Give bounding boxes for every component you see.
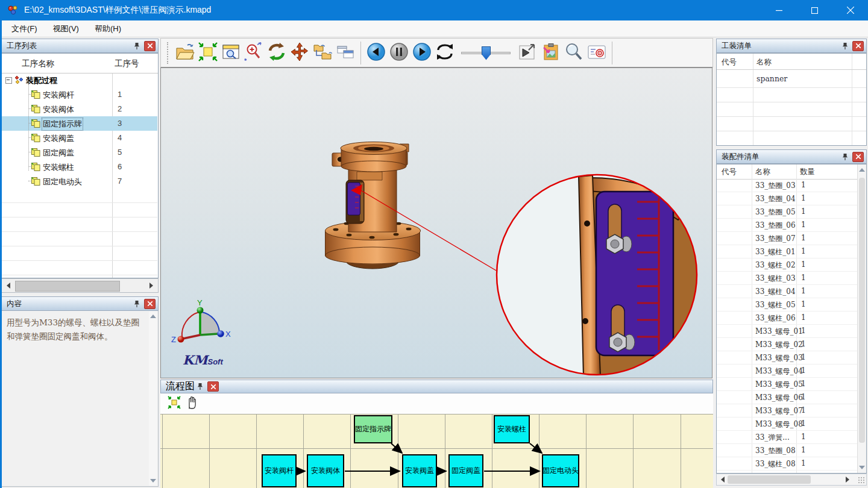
parts-table-row[interactable]: M33_螺母_041	[717, 364, 858, 378]
close-icon[interactable]	[144, 41, 156, 51]
process-step-icon	[31, 90, 41, 99]
parts-table-row[interactable]: M33_螺母_011	[717, 325, 858, 338]
parts-table-row[interactable]: M33_螺母_081	[717, 418, 858, 431]
resize-grip[interactable]	[858, 477, 865, 484]
close-icon[interactable]	[852, 41, 864, 51]
flow-fit-button[interactable]	[165, 395, 183, 412]
tree-collapse-icon[interactable]	[5, 77, 12, 84]
process-tree-item[interactable]: 固定电动头7	[2, 174, 157, 189]
record-card-icon	[587, 43, 607, 63]
parts-table-row[interactable]: M33_螺母_071	[717, 404, 858, 418]
scrollbar-thumb[interactable]	[859, 178, 865, 443]
parts-table-row[interactable]: M33_螺母_061	[717, 391, 858, 404]
flow-node[interactable]: 固定阀盖	[448, 454, 483, 487]
parts-table-row[interactable]: M33_螺母_021	[717, 338, 858, 351]
process-tree-item[interactable]: 安装阀盖4	[2, 131, 157, 145]
zoom-fit-button[interactable]	[197, 41, 219, 65]
window-layout-button[interactable]	[334, 41, 357, 65]
pin-icon[interactable]	[840, 151, 851, 162]
loop-playback-button[interactable]	[433, 41, 456, 65]
vertical-scrollbar[interactable]	[857, 164, 866, 473]
parts-table-row[interactable]: 33_垫圈_031	[717, 179, 858, 192]
model-tree-button[interactable]	[311, 41, 334, 65]
horizontal-scrollbar[interactable]	[716, 474, 867, 486]
parts-table-row[interactable]: 33_螺柱_081	[717, 457, 858, 471]
play-backward-icon	[366, 42, 386, 64]
tooling-row-name[interactable]: spanner	[756, 74, 787, 83]
pin-icon[interactable]	[840, 40, 851, 51]
scroll-right-arrow[interactable]	[846, 477, 849, 483]
minimize-button[interactable]	[761, 0, 797, 20]
tooling-list-panel: 工装清单 代号 名称 spanner	[716, 39, 867, 146]
process-tree-item[interactable]: 固定阀盖5	[2, 145, 157, 160]
flow-node[interactable]: 安装阀盖	[402, 454, 437, 487]
process-step-icon	[31, 104, 41, 114]
speed-slider[interactable]	[459, 41, 514, 65]
scroll-left-arrow[interactable]	[721, 477, 725, 483]
parts-table-row[interactable]: 33_垫圈_061	[717, 219, 858, 232]
pan-view-button[interactable]	[288, 41, 311, 65]
play-button[interactable]	[410, 41, 433, 65]
scroll-right-arrow[interactable]	[146, 281, 157, 290]
zoom-window-button[interactable]	[219, 41, 242, 65]
flowchart-canvas[interactable]: 固定指示牌安装螺柱安装阀杆安装阀体安装阀盖固定阀盖固定电动头	[160, 414, 713, 488]
menu-item-help[interactable]: 帮助(H)	[87, 20, 129, 37]
horizontal-scrollbar[interactable]	[1, 278, 159, 293]
vertical-scrollbar[interactable]	[149, 311, 157, 486]
step-back-button[interactable]	[365, 41, 388, 65]
parts-table-row[interactable]: 33_螺柱_021	[717, 258, 858, 272]
parts-table-row[interactable]: 33_螺柱_051	[717, 298, 858, 311]
process-tree-item[interactable]: 安装螺柱6	[2, 160, 157, 174]
process-tree-item[interactable]: 固定指示牌3	[2, 116, 157, 131]
parts-table-row[interactable]: 33_螺柱_031	[717, 272, 858, 285]
flow-node[interactable]: 安装螺柱	[494, 415, 530, 443]
parts-table-row[interactable]: M33_螺母_031	[717, 351, 858, 364]
flow-node[interactable]: 固定电动头	[542, 454, 579, 487]
close-icon[interactable]	[852, 152, 864, 162]
parts-table-row[interactable]: M33_螺母_051	[717, 378, 858, 391]
slider-handle[interactable]	[482, 46, 491, 60]
process-list-panel: 工序列表 工序名称 工序号 装配过程安装阀杆1安装阀体2固定指示牌3安装阀盖4固…	[1, 39, 159, 293]
flow-pan-button[interactable]	[183, 395, 201, 412]
close-icon[interactable]	[144, 299, 156, 309]
parts-table-row[interactable]: 33_垫圈_071	[717, 232, 858, 245]
scrollbar-thumb[interactable]	[728, 475, 811, 484]
record-settings-button[interactable]	[585, 41, 608, 65]
pin-icon[interactable]	[131, 298, 142, 309]
parts-table-row[interactable]: 33_垫圈_051	[717, 205, 858, 219]
model-viewport[interactable]: Y X Z KMSoft	[160, 67, 712, 378]
magnifier-icon	[564, 42, 584, 64]
parts-table-row[interactable]: 33_垫圈_081	[717, 444, 858, 457]
parts-table-row[interactable]: 33_垫圈_041	[717, 192, 858, 205]
maximize-button[interactable]	[797, 0, 832, 20]
column-code: 代号	[722, 167, 737, 177]
parts-table-row[interactable]: 33_弹簧...1	[717, 431, 858, 444]
column-name: 名称	[755, 167, 770, 177]
process-tree-item[interactable]: 安装阀杆1	[2, 87, 157, 102]
menu-item-file[interactable]: 文件(F)	[4, 20, 45, 37]
open-file-button[interactable]	[174, 41, 197, 65]
close-icon[interactable]	[207, 381, 219, 392]
magnify-button[interactable]	[562, 41, 585, 65]
process-tree-item[interactable]: 安装阀体2	[2, 102, 157, 116]
snapshot-button[interactable]	[539, 41, 562, 65]
process-step-icon	[31, 177, 41, 186]
toolbar-separator	[360, 42, 361, 64]
pin-icon[interactable]	[131, 40, 142, 51]
jump-to-end-button[interactable]	[517, 41, 539, 65]
zoom-dynamic-button[interactable]	[242, 41, 265, 65]
flow-node[interactable]: 安装阀体	[307, 454, 344, 487]
process-tree-root[interactable]: 装配过程	[2, 73, 157, 87]
parts-table-row[interactable]: 33_螺柱_061	[717, 311, 858, 325]
menu-item-view[interactable]: 视图(V)	[45, 20, 87, 37]
scroll-left-arrow[interactable]	[3, 281, 14, 290]
pause-button[interactable]	[388, 41, 410, 65]
scrollbar-thumb[interactable]	[15, 281, 120, 292]
flow-node[interactable]: 固定指示牌	[354, 415, 392, 443]
pin-icon[interactable]	[195, 381, 206, 392]
flow-node[interactable]: 安装阀杆	[262, 454, 297, 487]
parts-table-row[interactable]: 33_螺柱_011	[717, 245, 858, 258]
parts-table-row[interactable]: 33_螺柱_041	[717, 285, 858, 298]
rotate-view-button[interactable]	[265, 41, 288, 65]
close-button[interactable]	[832, 0, 868, 20]
